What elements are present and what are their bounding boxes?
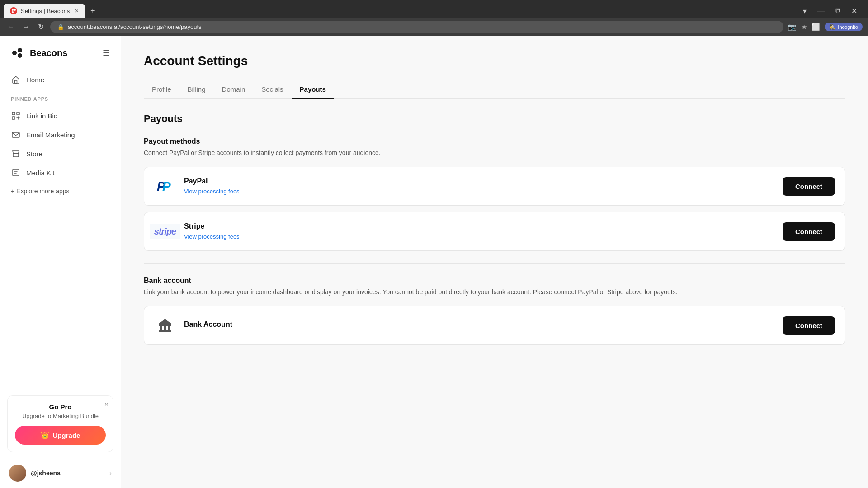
new-tab-button[interactable]: + — [87, 5, 99, 18]
back-button[interactable]: ← — [5, 21, 16, 33]
payout-methods-block: Payout methods Connect PayPal or Stripe … — [144, 137, 845, 251]
tab-profile[interactable]: Profile — [144, 81, 179, 99]
bank-logo — [154, 314, 176, 336]
tab-domain[interactable]: Domain — [214, 81, 254, 99]
address-bar-row: ← → ↻ 🔒 account.beacons.ai/account-setti… — [0, 18, 868, 36]
svg-rect-15 — [159, 324, 171, 326]
sidebar-header: Beacons ☰ — [0, 36, 121, 68]
minimize-button[interactable]: — — [814, 6, 828, 16]
upgrade-icon: 👑 — [41, 431, 49, 439]
address-bar[interactable]: 🔒 account.beacons.ai/account-settings/ho… — [50, 21, 783, 33]
tabs-nav: Profile Billing Domain Socials Payouts — [144, 81, 845, 99]
bank-connect-button[interactable]: Connect — [783, 316, 835, 335]
tab-payouts[interactable]: Payouts — [292, 81, 334, 99]
bank-account-block: Bank account Link your bank account to p… — [144, 277, 845, 345]
sidebar-item-media-kit[interactable]: Media Kit — [5, 163, 115, 182]
stripe-info: Stripe View processing fees — [184, 222, 783, 240]
active-tab[interactable]: Settings | Beacons × — [4, 4, 85, 18]
sidebar-item-link-in-bio[interactable]: Link in Bio — [5, 106, 115, 125]
media-kit-icon — [11, 168, 21, 178]
paypal-connect-button[interactable]: Connect — [783, 177, 835, 196]
svg-point-1 — [14, 9, 16, 11]
tab-close-button[interactable]: × — [75, 8, 79, 14]
go-pro-card: × Go Pro Upgrade to Marketing Bundle 👑 U… — [7, 395, 113, 452]
svg-rect-19 — [159, 330, 171, 332]
tab-title: Settings | Beacons — [21, 8, 71, 14]
page-title: Account Settings — [144, 54, 845, 68]
go-pro-subtitle: Upgrade to Marketing Bundle — [15, 413, 106, 419]
payout-methods-description: Connect PayPal or Stripe accounts to ins… — [144, 148, 845, 158]
svg-point-4 — [18, 48, 22, 52]
svg-rect-11 — [13, 154, 19, 157]
maximize-button[interactable]: ⧉ — [832, 6, 844, 16]
bookmark-icon[interactable]: ★ — [801, 23, 807, 31]
url-display: account.beacons.ai/account-settings/home… — [68, 23, 202, 30]
close-window-button[interactable]: ✕ — [848, 6, 861, 16]
tab-billing[interactable]: Billing — [179, 81, 214, 99]
paypal-info: PayPal View processing fees — [184, 177, 783, 195]
email-marketing-icon — [11, 130, 21, 140]
sidebar-item-store[interactable]: Store — [5, 144, 115, 163]
svg-rect-10 — [12, 132, 19, 137]
tab-socials[interactable]: Socials — [253, 81, 291, 99]
main-content: Account Settings Profile Billing Domain … — [121, 36, 868, 488]
section-divider — [144, 263, 845, 264]
upgrade-label: Upgrade — [53, 432, 80, 439]
paypal-fees-link[interactable]: View processing fees — [184, 188, 240, 195]
paypal-card: P P PayPal View processing fees Connect — [144, 167, 845, 206]
link-in-bio-icon — [11, 111, 21, 121]
home-icon — [11, 75, 21, 84]
upgrade-button[interactable]: 👑 Upgrade — [15, 426, 106, 445]
svg-rect-8 — [17, 112, 19, 115]
window-controls: ▾ — ⧉ ✕ — [799, 6, 864, 16]
payout-methods-title: Payout methods — [144, 137, 845, 145]
sidebar-item-store-label: Store — [26, 150, 42, 158]
sidebar-item-email-marketing[interactable]: Email Marketing — [5, 125, 115, 144]
reload-button[interactable]: ↻ — [36, 21, 46, 33]
camera-icon[interactable]: 📷 — [788, 23, 797, 31]
sidebar-item-home[interactable]: Home — [5, 70, 115, 89]
sidebar-item-home-label: Home — [26, 76, 44, 84]
app-layout: Beacons ☰ Home PINNED APPS Link in Bio — [0, 36, 868, 488]
svg-marker-20 — [159, 319, 171, 324]
svg-point-3 — [12, 51, 17, 55]
brand-name: Beacons — [30, 48, 67, 58]
go-pro-close-button[interactable]: × — [104, 400, 108, 408]
sidebar-item-email-marketing-label: Email Marketing — [26, 131, 75, 139]
sidebar-item-link-in-bio-label: Link in Bio — [26, 112, 57, 120]
browser-chrome: Settings | Beacons × + ▾ — ⧉ ✕ ← → ↻ 🔒 a… — [0, 0, 868, 36]
beacons-logo-icon — [9, 45, 25, 61]
svg-rect-16 — [160, 326, 162, 330]
payouts-section-heading: Payouts — [144, 113, 845, 125]
stripe-connect-button[interactable]: Connect — [783, 222, 835, 241]
svg-rect-18 — [168, 326, 170, 330]
pinned-apps-section-title: PINNED APPS — [0, 91, 121, 104]
incognito-label: Incognito — [838, 24, 858, 30]
forward-button[interactable]: → — [21, 21, 32, 33]
user-handle: @jsheena — [31, 469, 109, 477]
store-icon — [11, 149, 21, 159]
svg-text:P: P — [162, 179, 171, 193]
user-profile[interactable]: @jsheena › — [0, 458, 121, 488]
payouts-section: Payouts Payout methods Connect PayPal or… — [144, 113, 845, 345]
bank-account-title: Bank account — [144, 277, 845, 285]
svg-point-2 — [12, 11, 14, 13]
tab-list-button[interactable]: ▾ — [799, 6, 810, 16]
svg-point-5 — [18, 53, 22, 58]
bank-name: Bank Account — [184, 320, 783, 328]
tab-bar: Settings | Beacons × + ▾ — ⧉ ✕ — [0, 0, 868, 18]
bank-account-card: Bank Account Connect — [144, 306, 845, 345]
stripe-fees-link[interactable]: View processing fees — [184, 233, 240, 240]
svg-rect-7 — [12, 112, 15, 115]
paypal-name: PayPal — [184, 177, 783, 185]
browser-toolbar-right: 📷 ★ ⬜ 🕵 Incognito — [788, 23, 863, 31]
extension-icon[interactable]: ⬜ — [811, 23, 820, 31]
stripe-logo-text: stripe — [150, 224, 180, 239]
hamburger-button[interactable]: ☰ — [101, 46, 112, 60]
go-pro-title: Go Pro — [15, 403, 106, 411]
svg-rect-17 — [164, 326, 166, 330]
explore-more-link[interactable]: + Explore more apps — [0, 184, 121, 198]
bank-account-description: Link your bank account to power your inc… — [144, 287, 845, 297]
lock-icon: 🔒 — [57, 24, 64, 30]
paypal-logo: P P — [154, 175, 176, 197]
